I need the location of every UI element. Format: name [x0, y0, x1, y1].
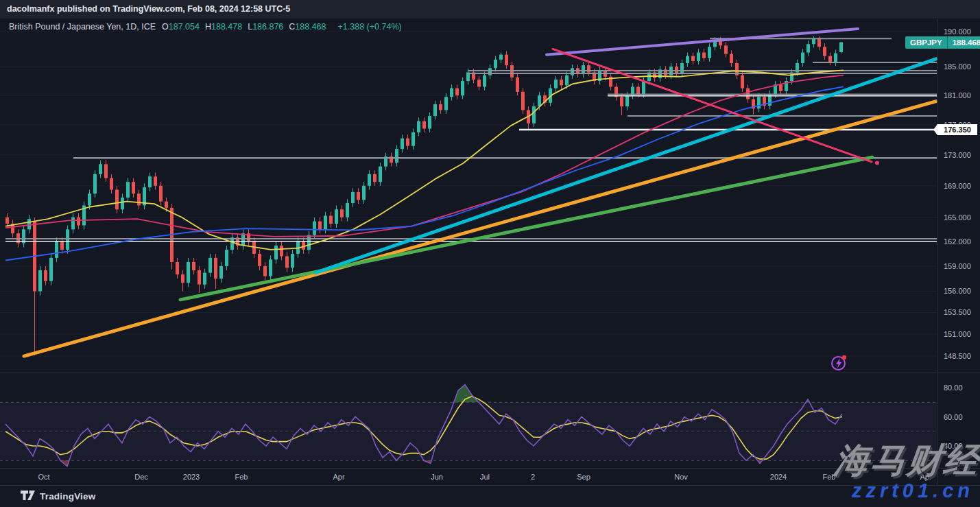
candles-layer[interactable]: [5, 36, 843, 355]
candle: [208, 258, 212, 273]
candle: [104, 164, 108, 178]
candle: [225, 250, 228, 266]
candle: [686, 56, 689, 63]
rsi-pane: [0, 385, 937, 467]
symbol-title[interactable]: British Pound / Japanese Yen, 1D, ICE: [9, 22, 156, 32]
ma-pink[interactable]: [5, 75, 844, 237]
candle: [340, 209, 344, 217]
chart-canvas[interactable]: [0, 0, 980, 507]
level-price-label: 176.350: [937, 124, 977, 135]
candle: [77, 217, 80, 226]
price-tick: 190.000: [944, 27, 971, 36]
candle: [55, 241, 58, 258]
candle: [99, 164, 102, 174]
time-axis-label: Jun: [431, 473, 443, 481]
candle: [538, 95, 541, 106]
candle: [839, 43, 843, 52]
candle: [554, 80, 558, 89]
orange-uptrend[interactable]: [24, 102, 936, 356]
candle: [505, 55, 508, 65]
cyan-uptrend[interactable]: [315, 59, 936, 273]
lightning-bolt: [836, 359, 842, 369]
candle: [532, 106, 536, 123]
time-axis-label: Oct: [38, 473, 49, 481]
candle: [428, 116, 431, 128]
candle: [329, 215, 333, 224]
candle: [137, 193, 141, 205]
candle: [219, 266, 223, 279]
price-tick: 153.500: [944, 308, 971, 316]
indicator-tick: 80.00: [944, 384, 963, 392]
candle: [351, 192, 355, 203]
publish-info-bar: dacolmanfx published on TradingView.com,…: [0, 0, 980, 19]
tradingview-brand-text[interactable]: TradingView: [40, 491, 95, 502]
price-tick: 173.000: [944, 151, 971, 159]
candle: [110, 178, 113, 190]
candle: [44, 270, 47, 281]
candle: [93, 174, 97, 193]
candle: [269, 259, 272, 276]
price-tick: 165.000: [944, 213, 971, 222]
price-tick: 169.000: [944, 182, 971, 190]
time-axis-label: Nov: [674, 473, 688, 481]
green-uptrend[interactable]: [180, 157, 872, 300]
publish-info-text: dacolmanfx published on TradingView.com,…: [7, 4, 290, 14]
candle: [516, 78, 519, 92]
candle: [510, 65, 514, 78]
candle: [812, 38, 815, 44]
candle: [582, 65, 585, 73]
pane-separator[interactable]: [0, 373, 980, 373]
pink-downtrend[interactable]: [553, 49, 872, 162]
purple-resistance[interactable]: [547, 29, 858, 55]
candle: [691, 56, 695, 61]
candle: [192, 262, 195, 270]
candle: [494, 60, 497, 68]
time-axis[interactable]: OctDec2023FebAprJunJul2SepNov2024FebApr: [0, 469, 937, 485]
ohlc-item: H188.478: [205, 22, 242, 32]
candle: [433, 104, 437, 116]
candle: [521, 92, 525, 110]
candle: [38, 270, 42, 292]
time-axis-label: 2: [531, 473, 535, 481]
price-tick: 151.000: [944, 330, 971, 338]
candle: [828, 56, 832, 62]
change-value: +1.388 (+0.74%): [338, 22, 402, 32]
candle: [121, 198, 124, 209]
candle: [241, 233, 245, 246]
candle: [27, 219, 31, 229]
candle: [176, 262, 179, 274]
candle: [779, 84, 782, 91]
candle: [417, 121, 420, 132]
candle: [368, 174, 371, 186]
candle: [187, 262, 190, 283]
candle: [817, 38, 821, 47]
price-tick: 181.000: [944, 91, 971, 99]
candle: [636, 86, 640, 94]
lightning-minds-icon[interactable]: [830, 354, 848, 372]
symbol-legend[interactable]: British Pound / Japanese Yen, 1D, ICE O1…: [9, 22, 402, 32]
candle: [477, 80, 481, 87]
badge-price: 188.468: [948, 36, 980, 49]
tradingview-logo-icon[interactable]: [21, 491, 35, 503]
time-axis-label: 2023: [183, 473, 200, 481]
timeaxis-separator: [0, 468, 980, 469]
price-tick: 148.500: [944, 352, 971, 360]
watermark-url: zzrt01.cn: [852, 480, 974, 502]
candle: [422, 121, 426, 129]
candle: [746, 89, 750, 99]
candle: [148, 176, 152, 187]
candle: [697, 53, 700, 61]
price-axis[interactable]: 190.000185.000181.000177.000173.000169.0…: [937, 19, 980, 485]
candle: [165, 202, 168, 208]
candle: [560, 80, 563, 85]
candle: [439, 104, 442, 110]
ohlc-values: O187.054H188.478L186.876C188.468: [162, 22, 332, 32]
candle: [346, 203, 349, 217]
candle: [154, 176, 157, 186]
indicator-tick: 60.00: [944, 413, 963, 421]
price-tick: 156.000: [944, 287, 971, 295]
candle: [274, 246, 278, 259]
candle: [757, 97, 761, 108]
candle: [126, 182, 130, 198]
time-axis-label: Feb: [235, 473, 248, 481]
